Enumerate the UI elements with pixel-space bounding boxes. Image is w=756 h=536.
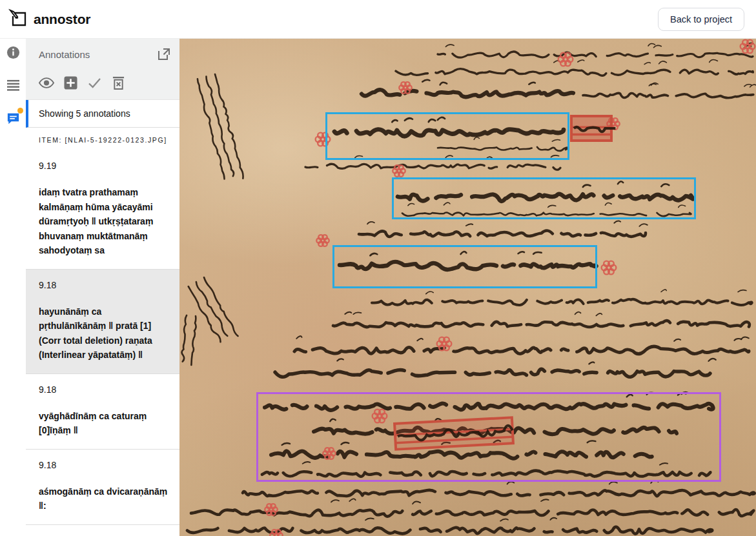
- annotation-list: 9.19 idaṃ tvatra prathamaṃ kalmāṇaṃ hūma…: [26, 150, 179, 536]
- annotation-list-item[interactable]: 9.18: [26, 524, 179, 536]
- app-window: annostor Back to project: [0, 0, 756, 536]
- notification-badge: [17, 108, 23, 114]
- confirm-icon[interactable]: [87, 75, 102, 90]
- annotation-text: idaṃ tvatra prathamaṃ kalmāṇaṃ hūma yāca…: [39, 185, 170, 258]
- annotations-panel: Annotations: [26, 39, 179, 536]
- annotation-verse: 9.18: [39, 460, 170, 470]
- annotation-text: aśmogānāṃ ca dvicaraṇānāṃ ‖:: [39, 484, 170, 513]
- showing-annotations-status: Showing 5 annotations: [26, 100, 179, 128]
- annostor-logo-icon: [8, 8, 27, 30]
- add-annotation-icon[interactable]: [63, 75, 78, 90]
- brand[interactable]: annostor: [8, 8, 90, 30]
- image-viewer[interactable]: [179, 39, 756, 536]
- annotation-text: hayunānāṃ ca pṛthulānīkānāṃ ‖ pratā [1] …: [39, 304, 170, 362]
- comment-icon[interactable]: [5, 110, 21, 126]
- annotation-list-item[interactable]: 9.18 hayunānāṃ ca pṛthulānīkānāṃ ‖ pratā…: [26, 269, 179, 373]
- app-title: annostor: [34, 12, 90, 27]
- external-link-icon[interactable]: [156, 46, 172, 62]
- annotation-region-box[interactable]: [325, 112, 569, 160]
- annotation-list-item[interactable]: 9.18 aśmogānāṃ ca dvicaraṇānāṃ ‖:: [26, 449, 179, 524]
- annotation-region-box[interactable]: [256, 392, 721, 482]
- annotation-region-box[interactable]: [392, 177, 696, 219]
- annotation-list-item[interactable]: 9.18 vyāghādīnāṃ ca caturaṃ [0]īṇāṃ ‖: [26, 373, 179, 449]
- back-to-project-button[interactable]: Back to project: [658, 8, 744, 31]
- main-area: Annotations: [0, 39, 756, 536]
- left-icon-rail: [0, 39, 26, 536]
- annotation-text: vyāghādīnāṃ ca caturaṃ [0]īṇāṃ ‖: [39, 409, 170, 438]
- panel-title: Annotations: [39, 49, 90, 60]
- annotation-verse: 9.18: [39, 280, 170, 290]
- item-header: ITEM: [NLAI-5-19222-0123.JPG]: [26, 128, 179, 150]
- annotation-verse: 9.18: [39, 384, 170, 395]
- annotation-region-box[interactable]: [332, 245, 597, 288]
- top-header: annostor Back to project: [0, 0, 756, 39]
- annotations-panel-header: Annotations: [26, 39, 179, 100]
- visibility-icon[interactable]: [39, 75, 54, 90]
- info-icon[interactable]: [5, 45, 21, 60]
- annotation-verse: 9.19: [39, 161, 170, 171]
- annotation-list-item[interactable]: 9.19 idaṃ tvatra prathamaṃ kalmāṇaṃ hūma…: [26, 150, 179, 269]
- lines-icon[interactable]: [5, 77, 21, 93]
- delete-annotation-icon[interactable]: [110, 75, 126, 90]
